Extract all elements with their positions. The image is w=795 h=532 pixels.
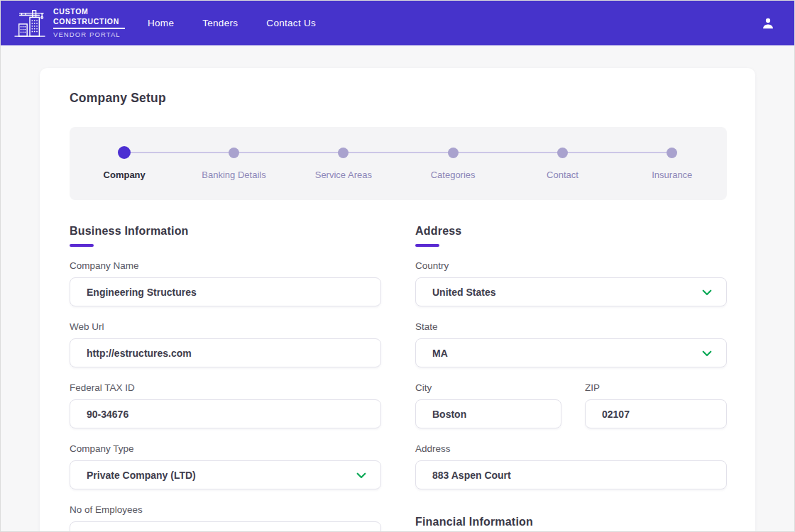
field-no-of-employees: No of Employees (70, 504, 381, 532)
country-label: Country (415, 260, 727, 271)
address-section: Address Country United States State MA (415, 225, 727, 528)
step-dot (667, 148, 677, 158)
page-title: Company Setup (70, 91, 727, 106)
heading-underline (415, 244, 439, 247)
step-company[interactable]: Company (70, 146, 179, 200)
zip-input[interactable] (585, 399, 727, 428)
company-type-select[interactable]: Private Company (LTD) (70, 460, 381, 489)
nav-item-contact-us[interactable]: Contact Us (266, 18, 316, 28)
address-input[interactable] (415, 460, 727, 489)
business-information-heading: Business Information (70, 225, 381, 238)
state-label: State (415, 321, 727, 332)
step-categories[interactable]: Categories (398, 146, 508, 200)
field-address: Address (415, 443, 727, 489)
step-dot (229, 148, 239, 158)
city-input[interactable] (415, 399, 561, 428)
field-zip: ZIP (585, 382, 727, 428)
step-label: Categories (398, 170, 508, 180)
state-select[interactable]: MA (415, 338, 727, 367)
step-insurance[interactable]: Insurance (618, 146, 727, 200)
step-banking-details[interactable]: Banking Details (179, 146, 288, 200)
nav-item-tenders[interactable]: Tenders (202, 18, 238, 28)
brand-line3: VENDOR PORTAL (53, 31, 125, 39)
company-setup-card: Company Setup Company Banking Details Se… (40, 68, 755, 532)
financial-information-heading: Financial Information (415, 516, 727, 528)
no-of-employees-input[interactable] (70, 521, 381, 532)
address-label: Address (415, 443, 727, 454)
field-web-url: Web Url (70, 321, 381, 367)
step-dot-active (118, 146, 131, 159)
chevron-down-icon (701, 347, 713, 360)
step-label: Service Areas (289, 170, 398, 180)
company-type-value: Private Company (LTD) (87, 470, 196, 481)
city-zip-row: City ZIP (415, 382, 727, 443)
heading-underline (70, 244, 94, 247)
field-company-type: Company Type Private Company (LTD) (70, 443, 381, 489)
field-federal-tax-id: Federal TAX ID (70, 382, 381, 428)
no-of-employees-label: No of Employees (70, 504, 381, 515)
brand-line1: CUSTOM (53, 7, 125, 16)
field-state: State MA (415, 321, 727, 367)
chevron-down-icon (355, 469, 368, 482)
company-type-label: Company Type (70, 443, 381, 454)
business-information-section: Business Information Company Name Web Ur… (70, 225, 381, 532)
brand-logo[interactable]: CUSTOM CONSTRUCTION VENDOR PORTAL (13, 7, 125, 38)
web-url-label: Web Url (70, 321, 381, 332)
web-url-input[interactable] (70, 338, 381, 367)
form-grid: Business Information Company Name Web Ur… (70, 225, 727, 532)
user-icon[interactable] (760, 16, 776, 31)
navbar: CUSTOM CONSTRUCTION VENDOR PORTAL Home T… (1, 1, 794, 45)
construction-crane-icon (13, 8, 46, 38)
field-company-name: Company Name (70, 260, 381, 306)
address-heading: Address (415, 225, 727, 238)
step-dot (338, 148, 349, 158)
field-country: Country United States (415, 260, 727, 306)
federal-tax-id-label: Federal TAX ID (70, 382, 381, 393)
nav-item-home[interactable]: Home (148, 18, 174, 28)
step-label: Contact (508, 170, 617, 180)
step-label: Insurance (618, 170, 727, 180)
company-name-label: Company Name (70, 260, 381, 271)
setup-stepper: Company Banking Details Service Areas Ca… (70, 127, 727, 200)
zip-label: ZIP (585, 382, 727, 393)
brand-line2: CONSTRUCTION (53, 16, 125, 29)
step-dot (557, 148, 568, 158)
step-contact[interactable]: Contact (508, 146, 617, 200)
city-label: City (415, 382, 561, 393)
country-select[interactable]: United States (415, 277, 727, 306)
step-service-areas[interactable]: Service Areas (289, 146, 398, 200)
step-label: Company (70, 170, 179, 180)
country-value: United States (432, 287, 495, 298)
state-value: MA (432, 348, 448, 359)
field-city: City (415, 382, 561, 428)
brand-text: CUSTOM CONSTRUCTION VENDOR PORTAL (53, 7, 125, 38)
federal-tax-id-input[interactable] (70, 399, 381, 428)
company-name-input[interactable] (70, 277, 381, 306)
nav-links: Home Tenders Contact Us (148, 18, 316, 28)
step-label: Banking Details (179, 170, 288, 180)
chevron-down-icon (701, 286, 713, 299)
step-dot (448, 148, 459, 158)
